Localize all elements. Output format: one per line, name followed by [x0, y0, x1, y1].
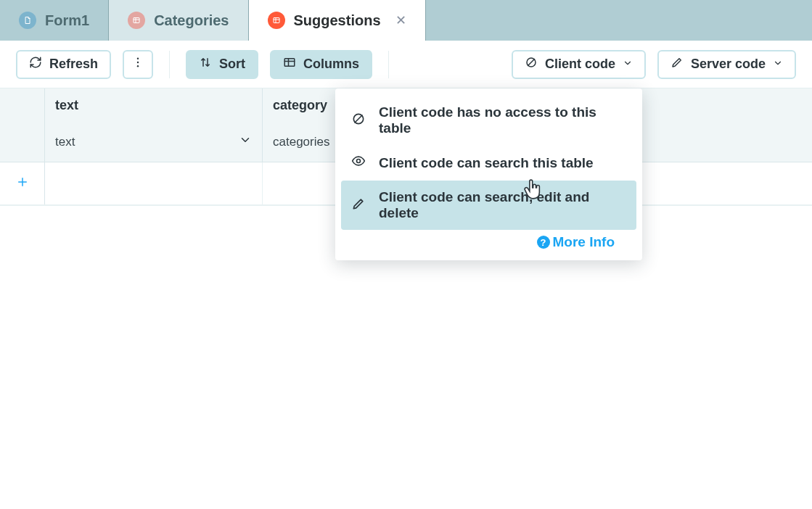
refresh-icon	[29, 56, 42, 73]
tab-form1[interactable]: Form1	[0, 0, 109, 41]
column-header-text[interactable]: text	[45, 88, 263, 122]
toolbar: Refresh Sort Columns Client code Se	[0, 41, 812, 88]
tab-label: Form1	[45, 12, 89, 29]
svg-rect-1	[274, 18, 279, 23]
more-menu-button[interactable]	[123, 50, 153, 79]
refresh-label: Refresh	[49, 57, 98, 72]
svg-rect-0	[134, 18, 139, 23]
table-icon	[128, 12, 145, 29]
empty-cell[interactable]	[45, 162, 263, 204]
tab-label: Categories	[154, 12, 229, 29]
tab-label: Suggestions	[294, 12, 381, 29]
svg-point-4	[137, 65, 139, 67]
column-header-label: category	[273, 98, 327, 113]
columns-icon	[283, 56, 296, 73]
pencil-icon	[351, 196, 366, 215]
row-gutter	[0, 122, 45, 162]
columns-button[interactable]: Columns	[270, 50, 372, 79]
tab-bar: Form1 Categories Suggestions ✕	[0, 0, 812, 41]
sort-button[interactable]: Sort	[186, 50, 258, 79]
client-code-button[interactable]: Client code	[512, 50, 646, 79]
dots-vertical-icon	[131, 56, 144, 73]
dropdown-more-info[interactable]: ? More Info	[341, 230, 636, 252]
file-icon	[19, 12, 36, 29]
help-icon: ?	[537, 236, 550, 249]
tab-suggestions[interactable]: Suggestions ✕	[249, 0, 426, 41]
client-code-label: Client code	[545, 57, 615, 72]
svg-rect-5	[284, 59, 295, 67]
ban-icon	[351, 112, 366, 130]
column-type-selector[interactable]: text	[45, 122, 263, 162]
dropdown-option-label: Client code has no access to this table	[379, 104, 626, 136]
dropdown-option-search[interactable]: Client code can search this table	[341, 145, 636, 181]
sort-icon	[199, 56, 212, 73]
ban-icon	[525, 56, 538, 73]
separator	[388, 51, 389, 78]
dropdown-option-label: Client code can search, edit and delete	[379, 189, 626, 221]
server-code-label: Server code	[691, 57, 766, 72]
columns-label: Columns	[303, 57, 359, 72]
dropdown-option-label: Client code can search this table	[379, 155, 594, 171]
chevron-down-icon	[239, 133, 252, 150]
table-icon	[268, 12, 285, 29]
chevron-down-icon	[623, 57, 633, 72]
refresh-button[interactable]: Refresh	[16, 50, 111, 79]
plus-icon	[16, 174, 29, 193]
eye-icon	[351, 154, 366, 172]
column-type-label: categories	[273, 135, 329, 149]
add-row-icon[interactable]	[0, 162, 45, 204]
separator	[169, 51, 170, 78]
chevron-down-icon	[773, 57, 783, 72]
svg-point-3	[137, 62, 139, 63]
close-icon[interactable]: ✕	[395, 12, 406, 28]
svg-point-8	[357, 160, 361, 163]
column-header-label: text	[55, 98, 78, 113]
column-type-label: text	[55, 135, 75, 149]
pencil-icon	[670, 56, 684, 73]
dropdown-option-no-access[interactable]: Client code has no access to this table	[341, 96, 636, 145]
tab-categories[interactable]: Categories	[109, 0, 248, 41]
client-code-dropdown: Client code has no access to this table …	[335, 88, 642, 260]
server-code-button[interactable]: Server code	[657, 50, 796, 79]
dropdown-option-edit-delete[interactable]: Client code can search, edit and delete	[341, 181, 636, 230]
sort-label: Sort	[219, 57, 245, 72]
more-info-label: More Info	[553, 234, 615, 250]
row-gutter	[0, 88, 45, 122]
svg-point-2	[137, 58, 139, 59]
